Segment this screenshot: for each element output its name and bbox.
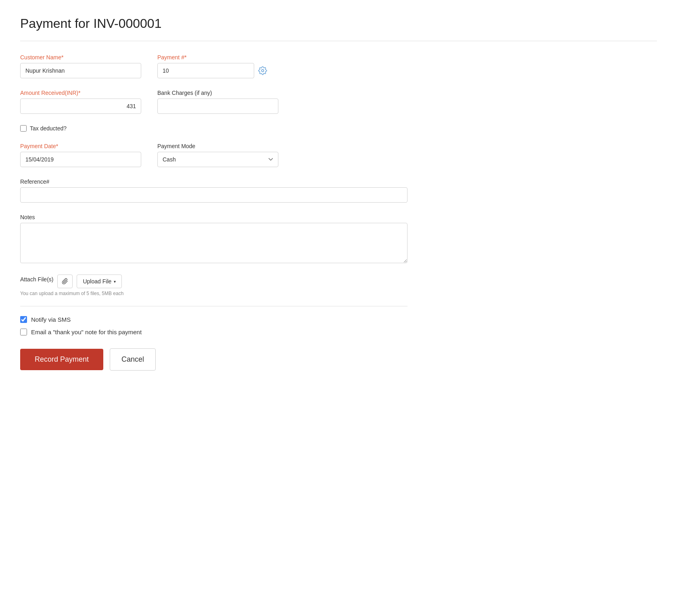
record-payment-button[interactable]: Record Payment (20, 349, 103, 370)
upload-file-button[interactable]: Upload File ▾ (77, 274, 122, 288)
payment-number-label: Payment #* (157, 54, 267, 61)
chevron-down-icon: ▾ (114, 279, 116, 284)
row-date-mode: Payment Date* Payment Mode Cash Bank Tra… (20, 143, 407, 167)
attach-controls: Attach File(s) Upload File ▾ (20, 274, 407, 288)
gear-icon[interactable] (258, 66, 267, 75)
amount-label: Amount Received(INR)* (20, 90, 141, 96)
upload-file-label: Upload File (83, 278, 111, 285)
payment-number-group: Payment #* (157, 54, 267, 78)
notes-group: Notes (20, 214, 407, 263)
amount-input[interactable] (20, 98, 141, 114)
payment-date-input[interactable] (20, 152, 141, 167)
tax-deducted-checkbox[interactable] (20, 125, 27, 132)
action-row: Record Payment Cancel (20, 348, 407, 371)
section-divider (20, 306, 407, 306)
paperclip-icon (62, 278, 68, 285)
amount-group: Amount Received(INR)* (20, 90, 141, 114)
customer-name-label: Customer Name* (20, 54, 141, 61)
page-title: Payment for INV-000001 (20, 16, 657, 31)
payment-number-wrapper (157, 63, 267, 78)
payment-form: Customer Name* Payment #* Amount Receive… (20, 54, 407, 371)
payment-mode-select[interactable]: Cash Bank Transfer Cheque Credit Card Pa… (157, 152, 278, 167)
paperclip-button[interactable] (57, 274, 73, 288)
cancel-button[interactable]: Cancel (110, 348, 156, 371)
notify-section: Notify via SMS Email a "thank you" note … (20, 316, 407, 335)
reference-label: Reference# (20, 178, 407, 185)
payment-mode-label: Payment Mode (157, 143, 278, 149)
email-thankyou-row: Email a "thank you" note for this paymen… (20, 329, 407, 335)
notes-textarea[interactable] (20, 223, 407, 263)
customer-name-input[interactable] (20, 63, 141, 78)
bank-charges-input[interactable] (157, 98, 278, 114)
notify-sms-checkbox[interactable] (20, 316, 27, 323)
reference-input[interactable] (20, 187, 407, 203)
reference-group: Reference# (20, 178, 407, 203)
notify-sms-row: Notify via SMS (20, 316, 407, 323)
payment-mode-group: Payment Mode Cash Bank Transfer Cheque C… (157, 143, 278, 167)
customer-name-group: Customer Name* (20, 54, 141, 78)
svg-point-0 (261, 69, 264, 72)
email-thankyou-checkbox[interactable] (20, 329, 27, 335)
payment-number-input[interactable] (157, 63, 254, 78)
bank-charges-group: Bank Charges (if any) (157, 90, 278, 114)
attach-hint: You can upload a maximum of 5 files, 5MB… (20, 291, 407, 296)
bank-charges-label: Bank Charges (if any) (157, 90, 278, 96)
attach-label: Attach File(s) (20, 276, 53, 283)
notes-label: Notes (20, 214, 407, 220)
payment-date-group: Payment Date* (20, 143, 141, 167)
row-amount-charges: Amount Received(INR)* Bank Charges (if a… (20, 90, 407, 114)
email-thankyou-label[interactable]: Email a "thank you" note for this paymen… (31, 329, 142, 335)
title-divider (20, 41, 657, 41)
notify-sms-label[interactable]: Notify via SMS (31, 316, 71, 323)
tax-deducted-label[interactable]: Tax deducted? (30, 125, 67, 132)
tax-deducted-row: Tax deducted? (20, 125, 407, 132)
payment-date-label: Payment Date* (20, 143, 141, 149)
attach-section: Attach File(s) Upload File ▾ You can upl… (20, 274, 407, 296)
row-customer-payment: Customer Name* Payment #* (20, 54, 407, 78)
